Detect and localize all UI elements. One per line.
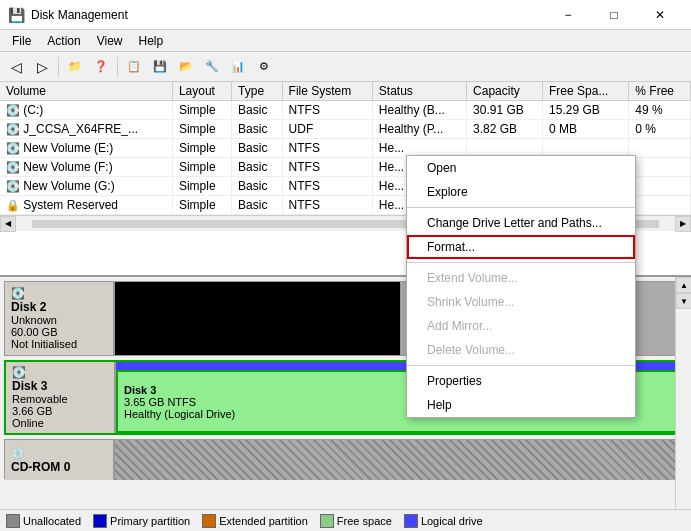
toolbar-btn5[interactable]: 📋	[122, 55, 146, 79]
col-status: Status	[372, 82, 466, 101]
disk3-name: Disk 3	[12, 379, 108, 393]
disk3-size: 3.66 GB	[12, 405, 108, 417]
cell-pct	[629, 158, 691, 177]
cell-capacity: 3.82 GB	[467, 120, 543, 139]
minimize-button[interactable]: −	[545, 0, 591, 30]
scroll-up-btn[interactable]: ▲	[676, 277, 691, 293]
table-header-row: Volume Layout Type File System Status Ca…	[0, 82, 691, 101]
disk3-status: Online	[12, 417, 108, 429]
cdrom0-row: 💿 CD-ROM 0	[4, 439, 687, 479]
cell-status: Healthy (B...	[372, 101, 466, 120]
toolbar-btn8[interactable]: 🔧	[200, 55, 224, 79]
toolbar-btn3[interactable]: 📁	[63, 55, 87, 79]
disk2-name: Disk 2	[11, 300, 107, 314]
cell-fs: NTFS	[282, 139, 372, 158]
legend-free-box	[320, 514, 334, 528]
disk3-type: Removable	[12, 393, 108, 405]
disk2-partition-black[interactable]	[115, 282, 401, 355]
cell-pct	[629, 139, 691, 158]
toolbar-help[interactable]: ❓	[89, 55, 113, 79]
legend-extended-label: Extended partition	[219, 515, 308, 527]
legend-extended-box	[202, 514, 216, 528]
menu-file[interactable]: File	[4, 32, 39, 50]
cell-fs: UDF	[282, 120, 372, 139]
disk3-label: 💽 Disk 3 Removable 3.66 GB Online	[6, 362, 116, 433]
cell-free: 15.29 GB	[543, 101, 629, 120]
legend-logical-label: Logical drive	[421, 515, 483, 527]
legend-free: Free space	[320, 514, 392, 528]
cell-volume: 💽 New Volume (F:)	[0, 158, 172, 177]
ctx-sep-3	[407, 365, 635, 366]
cell-volume: 💽 New Volume (E:)	[0, 139, 172, 158]
right-scrollbar[interactable]: ▲ ▼	[675, 277, 691, 509]
title-bar-controls: − □ ✕	[545, 0, 683, 30]
ctx-add-mirror: Add Mirror...	[407, 314, 635, 338]
legend-unallocated: Unallocated	[6, 514, 81, 528]
cell-type: Basic	[232, 101, 282, 120]
disk2-type: Unknown	[11, 314, 107, 326]
legend-free-label: Free space	[337, 515, 392, 527]
title-bar: 💾 Disk Management − □ ✕	[0, 0, 691, 30]
cell-layout: Simple	[172, 177, 231, 196]
col-type: Type	[232, 82, 282, 101]
ctx-properties[interactable]: Properties	[407, 369, 635, 393]
toolbar-separator-2	[117, 57, 118, 77]
cell-layout: Simple	[172, 158, 231, 177]
cdrom0-partition[interactable]	[115, 440, 686, 480]
col-fs: File System	[282, 82, 372, 101]
table-row[interactable]: 💽 (C:) Simple Basic NTFS Healthy (B... 3…	[0, 101, 691, 120]
ctx-format[interactable]: Format...	[407, 235, 635, 259]
ctx-help[interactable]: Help	[407, 393, 635, 417]
scroll-down-btn[interactable]: ▼	[676, 293, 691, 309]
menu-bar: File Action View Help	[0, 30, 691, 52]
legend-logical-box	[404, 514, 418, 528]
cell-type: Basic	[232, 120, 282, 139]
menu-help[interactable]: Help	[131, 32, 172, 50]
ctx-explore[interactable]: Explore	[407, 180, 635, 204]
cell-pct: 0 %	[629, 120, 691, 139]
toolbar-forward[interactable]: ▷	[30, 55, 54, 79]
scroll-right-btn[interactable]: ▶	[675, 216, 691, 232]
cell-free: 0 MB	[543, 120, 629, 139]
close-button[interactable]: ✕	[637, 0, 683, 30]
cell-layout: Simple	[172, 101, 231, 120]
cell-type: Basic	[232, 158, 282, 177]
title-bar-icon: 💾	[8, 7, 25, 23]
toolbar-btn6[interactable]: 💾	[148, 55, 172, 79]
menu-action[interactable]: Action	[39, 32, 88, 50]
menu-view[interactable]: View	[89, 32, 131, 50]
disk2-status: Not Initialised	[11, 338, 107, 350]
cell-capacity: 30.91 GB	[467, 101, 543, 120]
toolbar-btn9[interactable]: 📊	[226, 55, 250, 79]
ctx-change-drive-letter[interactable]: Change Drive Letter and Paths...	[407, 211, 635, 235]
col-pct: % Free	[629, 82, 691, 101]
context-menu: Open Explore Change Drive Letter and Pat…	[406, 155, 636, 418]
scroll-left-btn[interactable]: ◀	[0, 216, 16, 232]
cell-pct	[629, 177, 691, 196]
cell-fs: NTFS	[282, 177, 372, 196]
col-volume: Volume	[0, 82, 172, 101]
legend-primary: Primary partition	[93, 514, 190, 528]
ctx-sep-2	[407, 262, 635, 263]
cdrom0-partitions	[115, 440, 686, 480]
cell-pct	[629, 196, 691, 215]
toolbar-btn7[interactable]: 📂	[174, 55, 198, 79]
cell-pct: 49 %	[629, 101, 691, 120]
cell-fs: NTFS	[282, 196, 372, 215]
cell-layout: Simple	[172, 196, 231, 215]
legend-unallocated-label: Unallocated	[23, 515, 81, 527]
table-row[interactable]: 💽 J_CCSA_X64FRE_... Simple Basic UDF Hea…	[0, 120, 691, 139]
legend-primary-box	[93, 514, 107, 528]
toolbar-back[interactable]: ◁	[4, 55, 28, 79]
ctx-sep-1	[407, 207, 635, 208]
cdrom0-name: CD-ROM 0	[11, 460, 107, 474]
disk2-label: 💽 Disk 2 Unknown 60.00 GB Not Initialise…	[5, 282, 115, 355]
disk2-size: 60.00 GB	[11, 326, 107, 338]
ctx-extend-volume: Extend Volume...	[407, 266, 635, 290]
toolbar-btn10[interactable]: ⚙	[252, 55, 276, 79]
maximize-button[interactable]: □	[591, 0, 637, 30]
toolbar-separator-1	[58, 57, 59, 77]
toolbar: ◁ ▷ 📁 ❓ 📋 💾 📂 🔧 📊 ⚙	[0, 52, 691, 82]
cell-fs: NTFS	[282, 101, 372, 120]
ctx-open[interactable]: Open	[407, 156, 635, 180]
